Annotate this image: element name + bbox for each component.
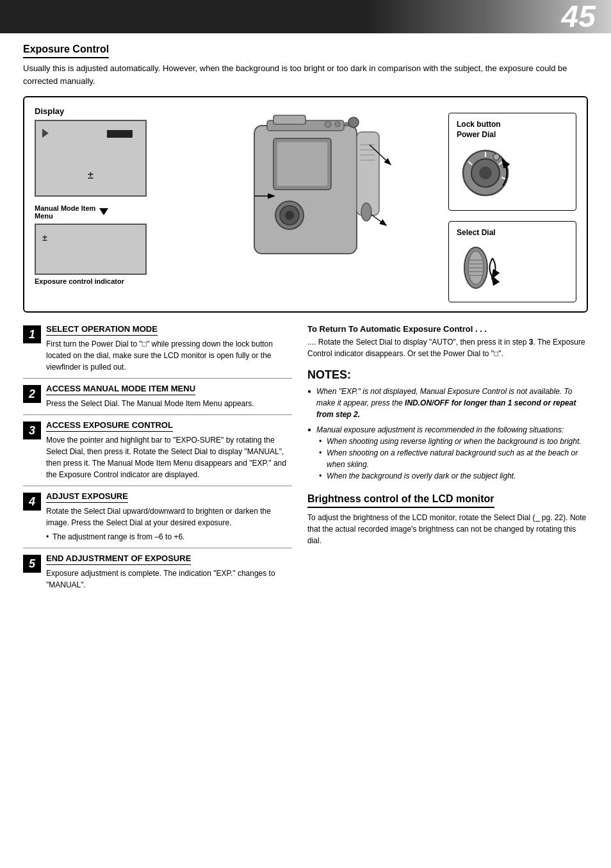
step-text-2: Press the Select Dial. The Manual Mode I… [46, 398, 292, 409]
step-2: 2 ACCESS MANUAL MODE ITEM MENU Press the… [23, 384, 292, 415]
exposure-indicator-label: Exposure control indicator [35, 277, 169, 285]
power-dial-svg [457, 144, 514, 202]
select-dial-svg [457, 242, 508, 293]
note-sub-2: When shooting on a reflective natural ba… [316, 447, 588, 470]
brightness-section: Brightness control of the LCD monitor To… [307, 493, 588, 546]
note-sub-1: When shooting using reverse lighting or … [316, 436, 588, 447]
manual-mode-label: Manual Mode ItemMenu [35, 204, 95, 220]
step-number-3: 3 [23, 422, 41, 439]
steps-right: To Return To Automatic Exposure Control … [307, 324, 588, 601]
section-title: Exposure Control [23, 44, 109, 58]
step-heading-3: ACCESS EXPOSURE CONTROL [46, 420, 173, 432]
notes-section: NOTES: When "EXP." is not displayed, Man… [307, 368, 588, 482]
svg-point-24 [479, 167, 492, 179]
steps-left: 1 SELECT OPERATION MODE First turn the P… [23, 324, 292, 601]
step-number-1: 1 [23, 325, 41, 343]
lock-button-label: Lock button [457, 120, 568, 129]
note-sub-3: When the background is overly dark or th… [316, 470, 588, 482]
step-content-1: SELECT OPERATION MODE First turn the Pow… [46, 324, 292, 373]
svg-point-19 [361, 203, 371, 221]
camera-illustration [216, 106, 402, 286]
step-number-4: 4 [23, 493, 41, 511]
brightness-text: To adjust the brightness of the LCD moni… [307, 512, 588, 546]
lcd2-exposure-icon: ± [42, 233, 47, 243]
step-5: 5 END ADJUSTRMENT OF EXPOSURE Exposure a… [23, 553, 292, 596]
steps-section: 1 SELECT OPERATION MODE First turn the P… [23, 324, 588, 601]
step-number-5: 5 [23, 555, 41, 573]
diagram-left: Display ± Manual Mode ItemMenu ± Exposur… [35, 106, 169, 285]
intro-text: Usually this is adjusted automatically. … [23, 62, 588, 87]
select-dial-callout: Select Dial [448, 221, 576, 302]
brightness-title: Brightness control of the LCD monitor [307, 493, 494, 508]
diagram-right: Lock button Power Dial [448, 106, 576, 302]
display-label: Display [35, 106, 169, 116]
step-4: 4 ADJUST EXPOSURE Rotate the Select Dial… [23, 491, 292, 548]
page-number: 45 [562, 1, 596, 32]
step-text-1: First turn the Power Dial to "□" while p… [46, 338, 292, 373]
step-content-5: END ADJUSTRMENT OF EXPOSURE Exposure adj… [46, 553, 292, 591]
step-4-bullet: The adjustment range is from –6 to +6. [46, 531, 292, 543]
page-header: 45 [0, 0, 611, 33]
svg-point-5 [285, 211, 294, 220]
step-text-3: Move the pointer and highlight bar to "E… [46, 434, 292, 480]
note-item-2: Manual exposure adjustment is recommende… [307, 424, 588, 482]
step-number-2: 2 [23, 385, 41, 403]
step-content-2: ACCESS MANUAL MODE ITEM MENU Press the S… [46, 384, 292, 409]
svg-point-15 [345, 122, 348, 126]
step-heading-5: END ADJUSTRMENT OF EXPOSURE [46, 553, 191, 565]
step-content-4: ADJUST EXPOSURE Rotate the Select Dial u… [46, 491, 292, 543]
lcd-plus-minus: ± [88, 170, 94, 181]
step-3: 3 ACCESS EXPOSURE CONTROL Move the point… [23, 420, 292, 486]
power-dial-label: Power Dial [457, 130, 568, 139]
step-text-5: Exposure adjustment is complete. The ind… [46, 568, 292, 591]
arrow-down-icon [99, 208, 108, 215]
svg-point-18 [348, 117, 359, 127]
step-heading-4: ADJUST EXPOSURE [46, 491, 128, 503]
lcd-screen-bottom: ± [35, 224, 147, 275]
step-text-4: Rotate the Select Dial upward/downward t… [46, 505, 292, 528]
power-dial-callout: Lock button Power Dial [448, 113, 576, 211]
svg-point-13 [325, 121, 331, 127]
main-content: Exposure Control Usually this is adjuste… [0, 33, 611, 611]
step-heading-2: ACCESS MANUAL MODE ITEM MENU [46, 384, 195, 395]
step-content-3: ACCESS EXPOSURE CONTROL Move the pointer… [46, 420, 292, 480]
svg-point-29 [493, 154, 500, 160]
lcd-bar [107, 130, 133, 138]
select-dial-label: Select Dial [457, 228, 568, 237]
return-text: .... Rotate the Select Dial to display "… [307, 336, 588, 359]
note-item-1: When "EXP." is not displayed, Manual Exp… [307, 386, 588, 420]
diagram-box: Display ± Manual Mode ItemMenu ± Exposur… [23, 96, 588, 313]
return-title: To Return To Automatic Exposure Control … [307, 324, 588, 334]
lcd-screen-top: ± [35, 120, 147, 197]
diagram-center [169, 106, 448, 286]
manual-mode-row: Manual Mode ItemMenu [35, 202, 169, 221]
step-1: 1 SELECT OPERATION MODE First turn the P… [23, 324, 292, 379]
step-heading-1: SELECT OPERATION MODE [46, 324, 158, 336]
svg-rect-12 [273, 115, 306, 124]
svg-rect-2 [277, 142, 327, 186]
notes-title: NOTES: [307, 368, 588, 382]
svg-point-14 [335, 122, 340, 127]
return-section: To Return To Automatic Exposure Control … [307, 324, 588, 359]
